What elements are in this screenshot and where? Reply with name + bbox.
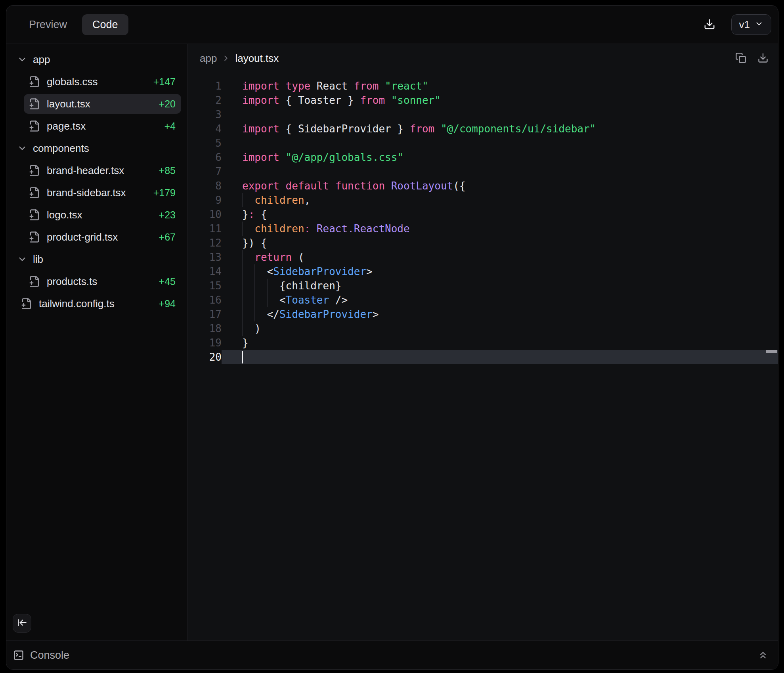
code-line-12[interactable]: 12}) {: [188, 236, 778, 250]
tree-item-products-ts[interactable]: products.ts+45: [24, 271, 181, 291]
line-number: 18: [188, 321, 222, 336]
indent-guide: [242, 321, 243, 336]
code-line-content: }) {: [222, 236, 778, 250]
tree-item-label: app: [33, 54, 50, 66]
tree-item-logo-tsx[interactable]: logo.tsx+23: [24, 205, 181, 225]
code-line-content: children,: [222, 193, 778, 207]
code-line-10[interactable]: 10}: {: [188, 207, 778, 222]
breadcrumb-folder: app: [200, 52, 217, 65]
code-line-20[interactable]: 20: [188, 350, 778, 364]
line-number: 5: [188, 136, 222, 150]
copy-code-button[interactable]: [735, 52, 746, 65]
tree-item-layout-tsx[interactable]: layout.tsx+20: [24, 94, 181, 114]
version-selector[interactable]: v1: [731, 14, 771, 35]
console-toggle-bar[interactable]: Console: [6, 640, 778, 669]
indent-guide: [242, 293, 243, 307]
download-icon: [704, 18, 715, 31]
chevron-down-icon: [17, 54, 27, 65]
code-line-content: {children}: [222, 279, 778, 293]
code-line-8[interactable]: 8export default function RootLayout({: [188, 179, 778, 193]
tab-code[interactable]: Code: [82, 14, 128, 35]
code-line-content: <SidebarProvider>: [222, 264, 778, 279]
code-line-1[interactable]: 1import type React from "react": [188, 79, 778, 93]
file-tree-sidebar: appglobals.css+147layout.tsx+20page.tsx+…: [6, 44, 188, 640]
code-line-content: import { SidebarProvider } from "@/compo…: [222, 122, 778, 136]
code-line-15[interactable]: 15 {children}: [188, 279, 778, 293]
code-line-content: import { Toaster } from "sonner": [222, 93, 778, 107]
line-number: 19: [188, 336, 222, 350]
code-line-5[interactable]: 5: [188, 136, 778, 150]
download-file-button[interactable]: [757, 52, 769, 65]
collapse-sidebar-icon: [17, 618, 27, 629]
download-project-button[interactable]: [704, 18, 715, 31]
indent-guide: [254, 293, 255, 307]
code-line-18[interactable]: 18 ): [188, 321, 778, 336]
code-line-2[interactable]: 2import { Toaster } from "sonner": [188, 93, 778, 107]
code-line-13[interactable]: 13 return (: [188, 250, 778, 264]
topbar: Preview Code v1: [6, 6, 778, 44]
code-line-11[interactable]: 11 children: React.ReactNode: [188, 222, 778, 236]
line-number: 8: [188, 179, 222, 193]
indent-guide: [242, 307, 243, 321]
code-line-16[interactable]: 16 <Toaster />: [188, 293, 778, 307]
tree-item-product-grid-tsx[interactable]: product-grid.tsx+67: [24, 227, 181, 247]
chevron-down-icon: [17, 143, 27, 153]
file-plus-icon: [21, 298, 33, 310]
breadcrumb-file: layout.tsx: [235, 52, 279, 65]
file-plus-icon: [29, 164, 40, 176]
diff-added-badge: +20: [159, 98, 176, 110]
line-number: 11: [188, 222, 222, 236]
diff-added-badge: +45: [159, 276, 176, 287]
line-number: 6: [188, 150, 222, 164]
diff-added-badge: +85: [159, 165, 176, 176]
tree-item-label: brand-sidebar.tsx: [47, 187, 126, 199]
tree-item-app[interactable]: app: [16, 50, 181, 69]
tree-item-brand-header-tsx[interactable]: brand-header.tsx+85: [24, 161, 181, 180]
tree-item-brand-sidebar-tsx[interactable]: brand-sidebar.tsx+179: [24, 183, 181, 203]
code-line-content: [222, 164, 778, 179]
file-plus-icon: [29, 98, 40, 110]
code-line-content: [222, 350, 778, 364]
file-plus-icon: [29, 76, 40, 88]
line-number: 7: [188, 164, 222, 179]
code-line-6[interactable]: 6import "@/app/globals.css": [188, 150, 778, 164]
code-line-14[interactable]: 14 <SidebarProvider>: [188, 264, 778, 279]
tree-item-label: products.ts: [47, 275, 97, 288]
line-number: 10: [188, 207, 222, 222]
tree-item-globals-css[interactable]: globals.css+147: [24, 72, 181, 92]
code-line-3[interactable]: 3: [188, 107, 778, 122]
collapse-sidebar-button[interactable]: [13, 614, 31, 633]
indent-guide: [254, 279, 255, 293]
tab-preview[interactable]: Preview: [19, 14, 77, 35]
view-mode-tabs: Preview Code: [19, 14, 128, 35]
code-area[interactable]: 1import type React from "react"2import {…: [188, 73, 778, 640]
line-number: 15: [188, 279, 222, 293]
code-line-17[interactable]: 17 </SidebarProvider>: [188, 307, 778, 321]
chevron-down-icon: [755, 19, 763, 31]
line-number: 12: [188, 236, 222, 250]
editor-actions: [735, 52, 769, 65]
code-line-4[interactable]: 4import { SidebarProvider } from "@/comp…: [188, 122, 778, 136]
code-editor-panel: app layout.tsx 1import type React from "…: [188, 44, 778, 640]
tree-item-tailwind-config-ts[interactable]: tailwind.config.ts+94: [16, 294, 181, 314]
code-line-7[interactable]: 7: [188, 164, 778, 179]
code-line-19[interactable]: 19}: [188, 336, 778, 350]
indent-guide: [242, 193, 243, 207]
code-line-content: return (: [222, 250, 778, 264]
indent-guide: [254, 307, 255, 321]
code-line-content: children: React.ReactNode: [222, 222, 778, 236]
indent-guide: [242, 264, 243, 279]
tree-item-page-tsx[interactable]: page.tsx+4: [24, 116, 181, 136]
tree-item-lib[interactable]: lib: [16, 249, 181, 269]
scrollbar-thumb[interactable]: [766, 350, 777, 353]
line-number: 13: [188, 250, 222, 264]
code-line-9[interactable]: 9 children,: [188, 193, 778, 207]
code-line-content: </SidebarProvider>: [222, 307, 778, 321]
tree-item-label: brand-header.tsx: [47, 164, 124, 177]
editor-header: app layout.tsx: [188, 44, 778, 73]
code-line-content: import "@/app/globals.css": [222, 150, 778, 164]
version-label: v1: [739, 19, 750, 31]
tree-item-components[interactable]: components: [16, 138, 181, 158]
file-plus-icon: [29, 231, 40, 243]
text-cursor: [242, 351, 243, 363]
